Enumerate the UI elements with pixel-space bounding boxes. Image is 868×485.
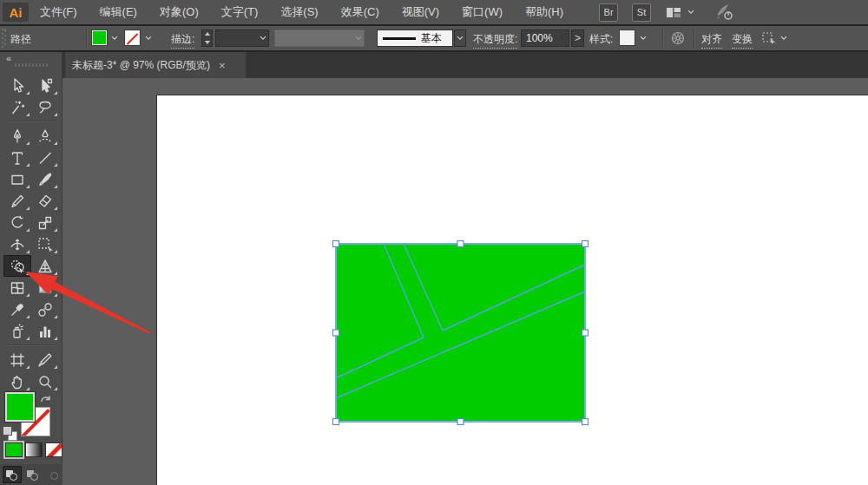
tool-flyout-icon: [54, 337, 57, 340]
opacity-panel-link[interactable]: 不透明度:: [473, 32, 517, 49]
panel-grip[interactable]: [2, 29, 6, 48]
gradient-button[interactable]: [25, 442, 43, 457]
default-fill-stroke-icon[interactable]: [3, 426, 16, 440]
perspective-grid-tool[interactable]: [31, 255, 59, 277]
color-button[interactable]: [5, 442, 23, 457]
stepper-up-icon[interactable]: [205, 32, 210, 36]
tool-flyout-icon: [54, 387, 57, 390]
free-transform-tool[interactable]: [31, 233, 59, 255]
lasso-tool[interactable]: [31, 96, 59, 118]
stepper-down-icon[interactable]: [205, 41, 210, 44]
shape-builder-tool[interactable]: [3, 255, 31, 277]
stroke-color-swatch[interactable]: [125, 30, 140, 45]
fill-color-swatch[interactable]: [92, 30, 107, 45]
brush-definition-dropdown[interactable]: 基本: [377, 29, 453, 47]
document-tab[interactable]: 未标题-3* @ 97% (RGB/预览) ×: [65, 52, 246, 78]
draw-normal-button[interactable]: [3, 466, 22, 483]
rotate-tool[interactable]: [3, 212, 31, 233]
recolor-artwork-icon[interactable]: [669, 29, 687, 49]
artboard-tool[interactable]: [3, 349, 31, 370]
transform-panel-link[interactable]: 变换: [732, 32, 753, 49]
menu-item-object[interactable]: 对象(O): [148, 0, 210, 24]
pen-tool[interactable]: [3, 125, 31, 147]
tools-panel-grip[interactable]: [15, 63, 48, 67]
artboard: [156, 95, 868, 485]
menu-item-edit[interactable]: 编辑(E): [89, 0, 148, 24]
type-tool[interactable]: [3, 147, 31, 168]
bridge-button[interactable]: Br: [599, 3, 618, 22]
separator: [694, 29, 695, 48]
separator: [86, 29, 88, 48]
collapse-panel-button[interactable]: «: [6, 53, 10, 63]
fill-chevron-icon[interactable]: [108, 29, 121, 47]
hand-tool[interactable]: [3, 370, 31, 392]
width-tool[interactable]: [3, 233, 31, 255]
style-chevron-icon[interactable]: [637, 29, 649, 47]
tool-flyout-icon: [54, 250, 57, 253]
select-similar-objects-icon[interactable]: [760, 30, 778, 50]
draw-behind-button[interactable]: [23, 466, 43, 483]
gpu-performance-icon[interactable]: [715, 3, 734, 22]
rectangle-tool[interactable]: [3, 168, 31, 190]
tool-flyout-icon: [54, 113, 57, 116]
tab-close-icon[interactable]: ×: [219, 59, 226, 72]
zoom-tool[interactable]: [31, 370, 59, 392]
tool-flyout-icon: [54, 293, 57, 297]
symbol-sprayer-tool[interactable]: [3, 320, 31, 342]
menu-item-file[interactable]: 文件(F): [29, 0, 89, 24]
align-panel-link[interactable]: 对齐: [701, 32, 722, 49]
slice-tool[interactable]: [31, 349, 59, 370]
tool-flyout-icon: [26, 163, 30, 167]
gradient-tool[interactable]: [31, 277, 59, 298]
tool-group-separator: [7, 344, 56, 346]
width-profile-dropdown: [274, 29, 365, 47]
eraser-tool[interactable]: [31, 190, 59, 212]
stroke-panel-link[interactable]: 描边:: [171, 32, 194, 49]
stroke-chevron-icon[interactable]: [142, 29, 155, 47]
eyedropper-tool[interactable]: [3, 298, 31, 320]
tool-flyout-icon: [54, 365, 57, 369]
tool-flyout-icon: [54, 315, 57, 318]
brush-chevron-icon[interactable]: [454, 29, 466, 47]
stroke-weight-dropdown[interactable]: [215, 29, 269, 47]
canvas-area[interactable]: [62, 78, 868, 485]
tool-group-separator: [7, 121, 56, 122]
fill-indicator-swatch[interactable]: [5, 392, 35, 422]
opacity-input[interactable]: 100%: [521, 29, 569, 47]
stroke-weight-stepper[interactable]: [201, 29, 213, 47]
column-graph-tool[interactable]: [31, 320, 59, 342]
blend-tool[interactable]: [31, 298, 59, 320]
line-segment-tool[interactable]: [31, 147, 59, 168]
scale-tool[interactable]: [31, 212, 59, 233]
tool-flyout-icon: [54, 163, 57, 167]
app-logo: Ai: [3, 3, 29, 22]
tool-flyout-icon: [26, 250, 30, 253]
menu-item-help[interactable]: 帮助(H): [514, 0, 575, 24]
workspace-chevron-icon[interactable]: [686, 7, 696, 17]
graphic-style-swatch[interactable]: [620, 30, 635, 45]
menu-item-window[interactable]: 窗口(W): [450, 0, 514, 24]
swap-fill-stroke-icon[interactable]: [39, 392, 51, 404]
magic-wand-tool[interactable]: [3, 96, 31, 118]
direct-selection-tool[interactable]: [31, 75, 59, 96]
menu-item-view[interactable]: 视图(V): [391, 0, 450, 24]
select-similar-chevron-icon[interactable]: [778, 29, 790, 47]
selection-tool[interactable]: [3, 75, 31, 96]
tool-flyout-icon: [26, 228, 30, 232]
menu-item-select[interactable]: 选择(S): [269, 0, 329, 24]
curvature-tool[interactable]: [31, 125, 59, 147]
paintbrush-tool[interactable]: [31, 168, 59, 190]
tool-flyout-icon: [26, 293, 30, 297]
tool-flyout-icon: [54, 206, 57, 210]
menu-item-effect[interactable]: 效果(C): [330, 0, 391, 24]
menu-bar: Ai 文件(F)编辑(E)对象(O)文字(T)选择(S)效果(C)视图(V)窗口…: [0, 0, 868, 24]
draw-inside-button[interactable]: [43, 466, 62, 483]
menu-item-type[interactable]: 文字(T): [210, 0, 270, 24]
none-button[interactable]: [45, 442, 62, 457]
shaper-tool[interactable]: [3, 190, 31, 212]
mesh-tool[interactable]: [3, 277, 31, 298]
stock-button[interactable]: St: [632, 3, 651, 22]
opacity-more-button[interactable]: >: [571, 29, 584, 47]
workspace-switcher-icon[interactable]: [665, 3, 682, 21]
tool-flyout-icon: [26, 141, 30, 145]
